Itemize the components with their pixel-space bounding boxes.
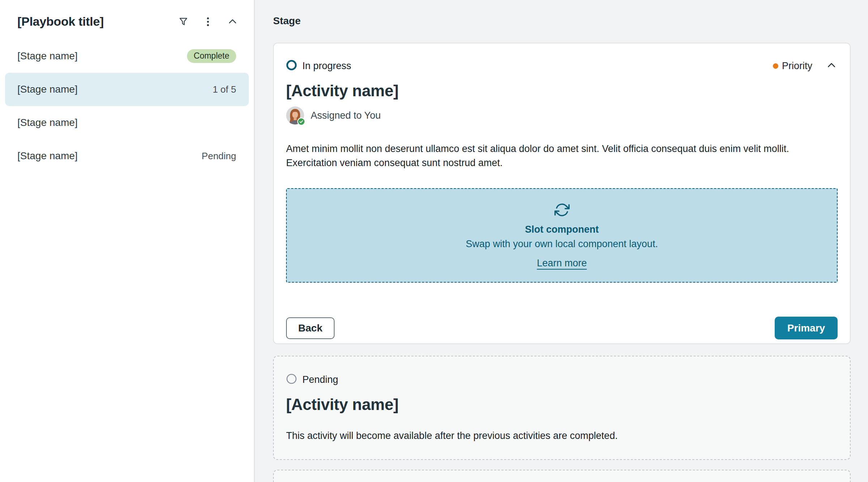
stage-row-3[interactable]: [Stage name] xyxy=(5,106,249,139)
status-group: Pending xyxy=(286,373,338,386)
assignee-row: Assigned to You xyxy=(286,106,838,124)
stage-name: [Stage name] xyxy=(17,117,78,128)
pending-activity-title: [Activity name] xyxy=(286,396,838,414)
stage-heading: Stage xyxy=(273,15,851,27)
filter-icon xyxy=(178,16,189,27)
stage-list: [Stage name] Complete [Stage name] 1 of … xyxy=(5,39,249,173)
slot-component-placeholder: Slot component Swap with your own local … xyxy=(286,188,838,283)
assignee-label: Assigned to You xyxy=(311,110,381,121)
stage-name: [Stage name] xyxy=(17,150,78,162)
pending-status-row: Pending xyxy=(286,374,838,385)
stage-progress-count: 1 of 5 xyxy=(213,84,236,95)
pending-availability-message: This activity will become available afte… xyxy=(286,430,838,441)
stage-row-4[interactable]: [Stage name] Pending xyxy=(5,139,249,173)
status-circle-icon xyxy=(286,60,297,72)
collapse-card-button[interactable] xyxy=(825,60,838,72)
kebab-menu-icon xyxy=(203,16,213,27)
sidebar-actions xyxy=(177,16,239,28)
stage-row-1[interactable]: [Stage name] Complete xyxy=(5,39,249,73)
filter-button[interactable] xyxy=(177,16,190,28)
priority-group: Priority xyxy=(773,60,838,72)
stage-name: [Stage name] xyxy=(17,84,78,95)
slot-title: Slot component xyxy=(525,224,599,235)
playbook-title: [Playbook title] xyxy=(17,14,104,29)
collapse-panel-button[interactable] xyxy=(226,16,239,28)
stage-panel: Stage In progress Priority xyxy=(255,0,868,482)
activity-card-pending: Pending [Activity name] This activity wi… xyxy=(273,356,851,460)
stage-name: [Stage name] xyxy=(17,50,78,62)
status-label: Pending xyxy=(302,374,338,385)
activity-description: Amet minim mollit non deserunt ullamco e… xyxy=(286,142,838,170)
stage-row-2-selected[interactable]: [Stage name] 1 of 5 xyxy=(5,73,249,106)
priority-dot-icon xyxy=(773,63,778,69)
primary-button[interactable]: Primary xyxy=(775,317,838,339)
activity-status-row: In progress Priority xyxy=(286,60,838,72)
more-options-button[interactable] xyxy=(202,16,214,28)
activity-title: [Activity name] xyxy=(286,82,838,100)
chevron-up-icon xyxy=(227,16,238,28)
back-button[interactable]: Back xyxy=(286,317,335,339)
status-badge-complete: Complete xyxy=(187,49,236,63)
activity-card-footer: Back Primary xyxy=(286,317,838,339)
activity-card-in-progress: In progress Priority [Activity name] xyxy=(273,43,851,344)
playbook-sidebar: [Playbook title] xyxy=(0,0,255,482)
avatar xyxy=(286,106,304,124)
status-group: In progress xyxy=(286,60,351,72)
sidebar-header: [Playbook title] xyxy=(0,0,254,29)
refresh-icon xyxy=(554,202,570,219)
stage-pending-label: Pending xyxy=(202,151,236,162)
availability-check-icon xyxy=(297,118,305,126)
status-circle-icon xyxy=(286,373,297,386)
learn-more-link[interactable]: Learn more xyxy=(537,258,587,269)
slot-subtitle: Swap with your own local component layou… xyxy=(466,238,658,250)
activity-card-future xyxy=(273,470,851,482)
chevron-up-icon xyxy=(826,60,837,72)
status-label: In progress xyxy=(302,60,351,72)
priority-label: Priority xyxy=(782,60,812,72)
